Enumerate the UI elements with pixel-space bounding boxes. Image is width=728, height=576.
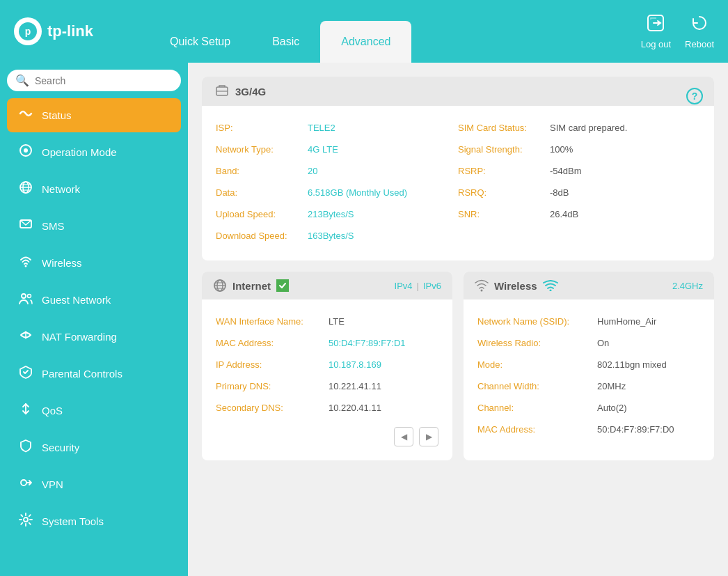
info-label: Download Speed: (216, 231, 299, 241)
logo: p tp-link (14, 17, 93, 45)
sidebar-item-nat-forwarding[interactable]: NAT Forwarding (7, 320, 181, 354)
sidebar-item-operation-mode[interactable]: Operation Mode (7, 135, 181, 169)
tab-quick-setup[interactable]: Quick Setup (149, 21, 251, 63)
info-label: MAC Address: (477, 424, 589, 435)
info-value: 10.220.41.11 (329, 403, 381, 413)
info-value: -8dB (550, 187, 569, 198)
nav-tabs: Quick Setup Basic Advanced (149, 0, 641, 63)
parental-controls-icon (18, 365, 33, 382)
tab-advanced[interactable]: Advanced (320, 21, 411, 63)
info-grid-3g4g: ISP: TELE2 Network Type: 4G LTE Band: 20… (216, 117, 700, 247)
info-value: 20 (308, 166, 317, 176)
card-3g4g-header: 3G/4G (202, 77, 714, 106)
svg-point-31 (549, 290, 551, 292)
sidebar-item-label: QoS (42, 405, 63, 417)
info-label: Data: (216, 187, 299, 198)
reboot-label: Reboot (685, 39, 714, 49)
logout-icon (647, 14, 665, 36)
sidebar-item-security[interactable]: Security (7, 430, 181, 465)
info-value: 10.221.41.11 (329, 381, 381, 391)
sidebar-item-qos[interactable]: QoS (7, 394, 181, 428)
help-icon[interactable]: ? (686, 88, 703, 104)
info-value: TELE2 (308, 123, 335, 133)
sidebar-item-system-tools[interactable]: System Tools (7, 504, 181, 538)
next-button[interactable]: ▶ (419, 427, 438, 446)
info-value: 163Bytes/S (308, 231, 354, 241)
info-row: Download Speed: 163Bytes/S (216, 225, 458, 247)
sidebar-item-parental-controls[interactable]: Parental Controls (7, 357, 181, 391)
ipv4-label[interactable]: IPv4 (395, 281, 413, 291)
info-row: MAC Address: 50:D4:F7:89:F7:D1 (216, 332, 438, 354)
info-col-right: SIM Card Status: SIM card prepared. Sign… (458, 117, 700, 247)
logout-button[interactable]: Log out (641, 14, 671, 49)
info-row: ISP: TELE2 (216, 117, 458, 139)
info-label: IP Address: (216, 359, 320, 370)
svg-point-20 (21, 480, 26, 485)
info-label: RSRP: (458, 166, 541, 176)
bottom-row: Internet IPv4 | IPv6 (202, 272, 714, 460)
sidebar-item-wireless[interactable]: Wireless (7, 246, 181, 280)
internet-status-badge (276, 279, 289, 292)
info-row: Wireless Radio: On (477, 332, 700, 354)
guest-network-icon (18, 291, 33, 309)
info-row: Network Type: 4G LTE (216, 139, 458, 160)
card-internet-header: Internet IPv4 | IPv6 (202, 272, 452, 299)
sidebar-item-label: SMS (42, 220, 65, 232)
sidebar-item-guest-network[interactable]: Guest Network (7, 283, 181, 317)
search-input[interactable] (35, 75, 173, 86)
svg-point-29 (277, 280, 288, 291)
info-row: Primary DNS: 10.221.41.11 (216, 375, 438, 397)
card-wireless-header: Wireless 2.4GHz (464, 272, 714, 299)
info-value: 100% (550, 144, 573, 155)
svg-text:p: p (25, 26, 31, 37)
internet-title-area: Internet (213, 279, 289, 293)
search-icon: 🔍 (15, 74, 29, 87)
info-value: Auto(2) (597, 403, 627, 413)
sidebar-item-network[interactable]: Network (7, 172, 181, 206)
ip-divider: | (417, 281, 419, 291)
sidebar-item-vpn[interactable]: VPN (7, 467, 181, 501)
header-actions: Log out Reboot (641, 14, 714, 49)
info-label: ISP: (216, 123, 299, 133)
info-row: Secondary DNS: 10.220.41.11 (216, 397, 438, 419)
svg-point-12 (25, 265, 27, 267)
svg-point-30 (481, 290, 483, 292)
internet-ip-toggle: IPv4 | IPv6 (395, 281, 441, 291)
sidebar-item-label: Status (42, 109, 72, 121)
info-label: Channel: (477, 403, 589, 413)
info-row: Band: 20 (216, 160, 458, 182)
info-col-left: ISP: TELE2 Network Type: 4G LTE Band: 20… (216, 117, 458, 247)
info-value: 4G LTE (308, 144, 338, 155)
reboot-button[interactable]: Reboot (685, 14, 714, 49)
sidebar-item-sms[interactable]: SMS (7, 209, 181, 243)
info-value: 50:D4:F7:89:F7:D0 (597, 424, 674, 435)
info-row: RSRP: -54dBm (458, 160, 700, 182)
info-label: MAC Address: (216, 338, 320, 348)
operation-mode-icon (18, 143, 33, 161)
info-row: Channel Width: 20MHz (477, 375, 700, 397)
svg-point-21 (24, 517, 28, 522)
ipv6-label[interactable]: IPv6 (423, 281, 441, 291)
tab-basic[interactable]: Basic (251, 21, 320, 63)
sidebar: 🔍 Status Operation Mode (0, 63, 188, 576)
info-label: Mode: (477, 359, 589, 370)
info-row: Data: 6.518GB (Monthly Used) (216, 182, 458, 203)
svg-point-5 (24, 148, 28, 153)
wireless-band-label: 2.4GHz (672, 281, 703, 291)
qos-icon (18, 402, 33, 419)
info-row: Upload Speed: 213Bytes/S (216, 203, 458, 225)
logo-text: tp-link (47, 22, 93, 40)
sidebar-item-status[interactable]: Status (7, 98, 181, 132)
vpn-icon (18, 476, 33, 493)
info-value: HumHome_Air (597, 316, 656, 327)
info-value: 213Bytes/S (308, 209, 354, 219)
info-label: Network Name (SSID): (477, 316, 589, 327)
wireless-title: Wireless (494, 280, 537, 292)
search-box[interactable]: 🔍 (7, 70, 181, 91)
card-internet-nav: ◀ ▶ (216, 427, 438, 446)
sidebar-item-label: Network (42, 183, 80, 195)
info-row: Network Name (SSID): HumHome_Air (477, 311, 700, 332)
prev-button[interactable]: ◀ (394, 427, 413, 446)
info-label: Wireless Radio: (477, 338, 589, 348)
info-label: Band: (216, 166, 299, 176)
